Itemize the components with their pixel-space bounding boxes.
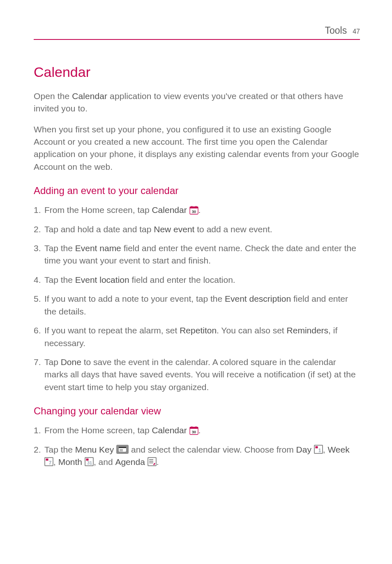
running-header: Tools 47 (34, 24, 360, 40)
text: Tap (44, 357, 61, 367)
bold-month: Month (58, 457, 82, 467)
menu-key-icon (116, 445, 129, 454)
text: Open the (34, 91, 72, 101)
step-5: If you want to add a note to your event,… (34, 293, 360, 318)
calendar-week-icon (44, 457, 53, 466)
bold-event-location: Event location (75, 275, 129, 284)
bold-event-description: Event description (225, 294, 291, 303)
step-4: Tap the Event location field and enter t… (34, 274, 360, 286)
bold-event-name: Event name (75, 243, 121, 253)
bold-done: Done (61, 357, 81, 367)
step-3: Tap the Event name field and enter the e… (34, 242, 360, 267)
steps-adding-event: From the Home screen, tap Calendar . Tap… (34, 204, 360, 393)
step-2: Tap and hold a date and tap New event to… (34, 223, 360, 236)
bold-calendar: Calendar (152, 425, 187, 435)
text: field and enter the location. (129, 275, 235, 284)
text: , and (94, 457, 115, 467)
calendar-30-icon (189, 206, 198, 215)
text: Tap the (44, 243, 75, 253)
page-title: Calendar (34, 62, 360, 82)
step-1: From the Home screen, tap Calendar . (34, 204, 360, 216)
page-number: 47 (353, 27, 360, 36)
bold-calendar: Calendar (152, 205, 187, 215)
text: and select the calendar view. Choose fro… (129, 445, 296, 454)
step-2: Tap the Menu Key and select the calendar… (34, 444, 360, 469)
text: If you want to add a note to your event,… (44, 294, 225, 303)
step-1: From the Home screen, tap Calendar . (34, 424, 360, 437)
bold-day: Day (296, 445, 311, 454)
text: Tap and hold a date and tap (44, 224, 154, 234)
text: . You can also set (217, 326, 286, 335)
intro-paragraph-2: When you first set up your phone, you co… (34, 123, 360, 173)
calendar-30-icon (189, 426, 198, 435)
text: , (323, 445, 328, 454)
text: , (53, 457, 58, 467)
bold-menu-key: Menu Key (75, 445, 114, 454)
bold-agenda: Agenda (115, 457, 145, 467)
bold-week: Week (327, 445, 349, 454)
bold-reminders: Reminders (287, 326, 329, 335)
text: If you want to repeat the alarm, set (44, 326, 180, 335)
step-6: If you want to repeat the alarm, set Rep… (34, 324, 360, 349)
text: . (198, 425, 201, 435)
heading-changing-view: Changing your calendar view (34, 404, 360, 418)
calendar-day-icon (314, 445, 323, 454)
bold-repetition: Repetiton (180, 326, 217, 335)
text: From the Home screen, tap (44, 425, 152, 435)
heading-adding-event: Adding an event to your calendar (34, 184, 360, 198)
text: . (157, 457, 159, 467)
page: Tools 47 Calendar Open the Calendar appl… (0, 0, 392, 468)
calendar-agenda-icon (148, 457, 157, 466)
text: . (198, 205, 201, 215)
text: Tap the (44, 275, 75, 284)
bold-new-event: New event (154, 224, 194, 234)
steps-changing-view: From the Home screen, tap Calendar . Tap… (34, 424, 360, 468)
bold-calendar: Calendar (72, 91, 107, 101)
intro-paragraph-1: Open the Calendar application to view ev… (34, 90, 360, 115)
text: to add a new event. (194, 224, 272, 234)
text: to save the event in the calendar. A col… (44, 357, 356, 392)
section-name: Tools (325, 24, 347, 37)
text: Tap the (44, 445, 75, 454)
step-7: Tap Done to save the event in the calend… (34, 356, 360, 393)
calendar-month-icon (85, 457, 94, 466)
text: From the Home screen, tap (44, 205, 152, 215)
